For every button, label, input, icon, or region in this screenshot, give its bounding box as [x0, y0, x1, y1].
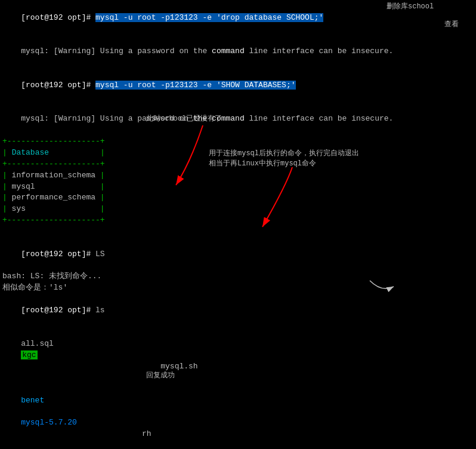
annotation-restore-success: 回复成功 [146, 370, 175, 380]
files-row1: all.sql kgc mysql.sh [0, 327, 476, 383]
table1-top: +--------------------+ [0, 136, 476, 147]
line-ls: [root@192 opt]# LS [0, 238, 476, 272]
table1-row4: | sys | [0, 204, 476, 215]
annotation-view: 查看 [444, 19, 459, 29]
table1-row1: | information_schema | [0, 170, 476, 182]
prompt-1: [root@192 opt]# [21, 13, 95, 22]
blank-1 [0, 226, 476, 238]
terminal: [root@192 opt]# mysql -u root -p123123 -… [0, 0, 476, 449]
line-3: [root@192 opt]# mysql -u root -p123123 -… [0, 69, 476, 103]
line-4: mysql: [Warning] Using a password on the… [0, 103, 476, 137]
line-2: mysql: [Warning] Using a password on the… [0, 35, 476, 69]
line-bash-err: bash: LS: 未找到命令... [0, 271, 476, 282]
annotation-school-gone: 此时school已经没有了 [146, 113, 222, 124]
warning-1: mysql: [Warning] Using a password on the [21, 47, 212, 56]
annotation-delete-school: 删除库school [387, 1, 434, 11]
cmd-1: mysql -u root -p123123 -e 'drop database… [95, 13, 323, 22]
line-ls2: [root@192 opt]# ls [0, 294, 476, 328]
line-similar: 相似命令是：'ls' [0, 282, 476, 294]
table1-row3: | performance_schema | [0, 192, 476, 204]
table1-bot: +--------------------+ [0, 215, 476, 226]
annotation-explanation: 用于连接mysql后执行的命令，执行完自动退出 相当于再Linux中执行mysq… [209, 148, 359, 168]
table1-row2: | mysql | [0, 182, 476, 193]
files-row2: benet mysql-5.7.20 rh [0, 384, 476, 449]
